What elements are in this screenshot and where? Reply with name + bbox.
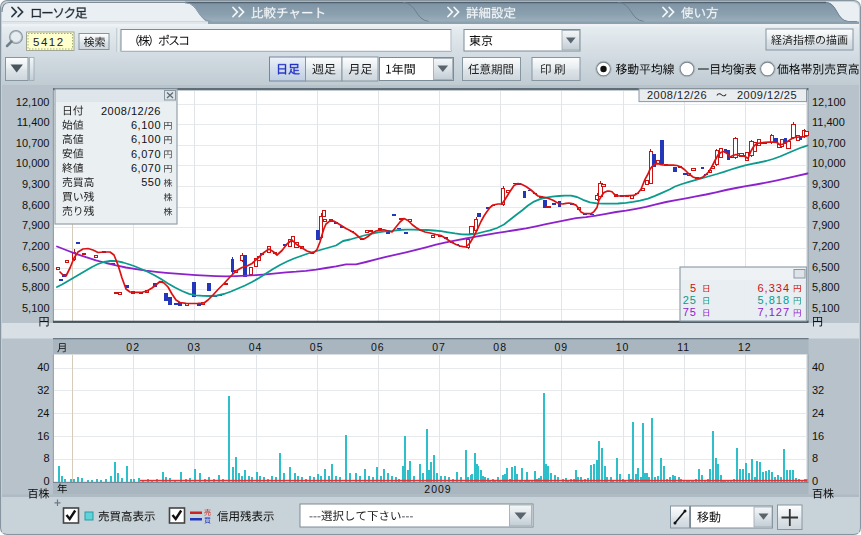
svg-text:40: 40 [812,361,824,373]
svg-text:7,900: 7,900 [812,219,840,231]
svg-text:12,100: 12,100 [812,96,846,108]
svg-text:8: 8 [43,452,49,464]
svg-text:7,900: 7,900 [22,219,50,231]
svg-text:05: 05 [310,341,324,353]
svg-text:40: 40 [37,361,49,373]
svg-text:6,500: 6,500 [22,261,50,273]
svg-text:06: 06 [371,341,385,353]
svg-text:6,070: 6,070 [131,148,161,160]
svg-text:24: 24 [812,407,824,419]
svg-text:8: 8 [812,452,818,464]
svg-text:10,700: 10,700 [16,137,50,149]
svg-text:6,100: 6,100 [131,133,161,145]
svg-text:08: 08 [493,341,507,353]
svg-text:02: 02 [126,341,140,353]
svg-text:8,600: 8,600 [22,199,50,211]
svg-text:550: 550 [141,176,161,188]
svg-text:12,100: 12,100 [16,96,50,108]
svg-text:75: 75 [683,306,697,318]
svg-text:2009/12/25: 2009/12/25 [737,89,797,101]
svg-text:7,200: 7,200 [812,240,840,252]
svg-text:0: 0 [43,475,49,487]
svg-text:5412: 5412 [33,36,65,48]
svg-text:5,800: 5,800 [812,281,840,293]
svg-text:2009: 2009 [424,483,451,495]
svg-text:7,127: 7,127 [757,306,790,318]
svg-text:16: 16 [812,430,824,442]
svg-text:6,070: 6,070 [131,162,161,174]
svg-text:12: 12 [738,341,752,353]
svg-text:6,100: 6,100 [131,119,161,131]
svg-text:9,300: 9,300 [22,178,50,190]
svg-text:10,000: 10,000 [812,157,846,169]
svg-text:25: 25 [683,294,697,306]
svg-text:5,800: 5,800 [22,281,50,293]
svg-text:5,100: 5,100 [22,302,50,314]
svg-text:11,400: 11,400 [812,116,845,128]
svg-text:11,400: 11,400 [17,116,50,128]
svg-text:8,600: 8,600 [812,199,840,211]
svg-text:11: 11 [677,341,690,353]
svg-text:10,000: 10,000 [16,157,50,169]
svg-text:2008/12/26: 2008/12/26 [101,105,161,117]
svg-text:16: 16 [37,430,49,442]
svg-text:32: 32 [37,384,49,396]
svg-text:10,700: 10,700 [812,137,846,149]
svg-text:6,334: 6,334 [757,282,790,294]
svg-text:5,818: 5,818 [757,294,790,306]
svg-text:2008/12/26: 2008/12/26 [647,89,707,101]
svg-text:10: 10 [616,341,630,353]
svg-text:07: 07 [432,341,446,353]
svg-text:5,100: 5,100 [812,302,840,314]
svg-text:5: 5 [690,282,697,294]
svg-text:0: 0 [812,475,818,487]
svg-text:9,300: 9,300 [812,178,840,190]
svg-text:7,200: 7,200 [22,240,50,252]
svg-text:03: 03 [187,341,201,353]
svg-text:24: 24 [37,407,49,419]
svg-text:6,500: 6,500 [812,261,840,273]
svg-text:04: 04 [249,341,263,353]
svg-text:09: 09 [555,341,569,353]
svg-text:32: 32 [812,384,824,396]
